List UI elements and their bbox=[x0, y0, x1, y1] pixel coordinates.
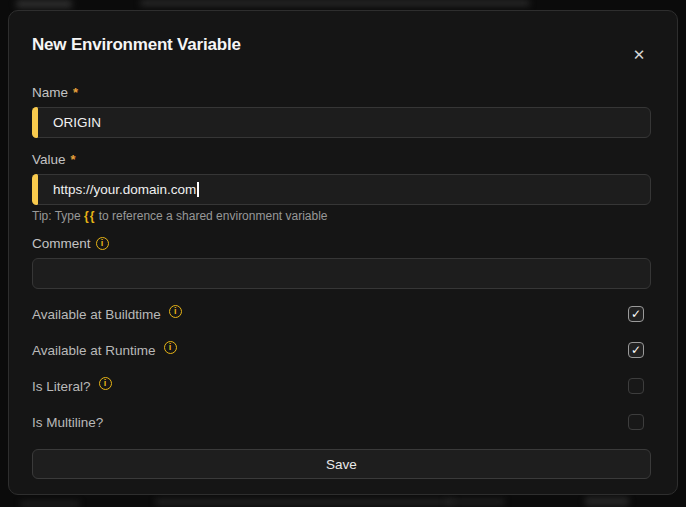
info-icon[interactable]: i bbox=[164, 341, 177, 354]
comment-input[interactable] bbox=[32, 258, 651, 289]
checkbox-row-buildtime: Available at Buildtime i ✓ bbox=[32, 305, 651, 323]
info-icon[interactable]: i bbox=[99, 377, 112, 390]
comment-label-text: Comment bbox=[32, 236, 91, 251]
checkbox-row-label: Is Literal? bbox=[32, 379, 91, 394]
background-blur-text bbox=[140, 0, 530, 6]
value-label-text: Value bbox=[32, 152, 66, 167]
accent-bar bbox=[32, 174, 38, 205]
info-icon[interactable]: i bbox=[96, 237, 109, 250]
name-input-wrap: ORIGIN bbox=[32, 107, 651, 138]
value-label: Value * bbox=[32, 152, 651, 167]
background-blur-text bbox=[20, 501, 80, 507]
background-blur-text bbox=[585, 497, 629, 506]
literal-checkbox[interactable]: ✓ bbox=[628, 378, 644, 394]
value-input[interactable]: https://your.domain.com bbox=[32, 174, 651, 205]
checkbox-row-runtime: Available at Runtime i ✓ bbox=[32, 341, 651, 359]
tip-prefix: Tip: Type bbox=[32, 209, 84, 223]
multiline-checkbox[interactable]: ✓ bbox=[628, 414, 644, 430]
buildtime-checkbox[interactable]: ✓ bbox=[628, 306, 644, 322]
tip-braces: {{ bbox=[84, 209, 95, 223]
required-asterisk: * bbox=[73, 85, 78, 100]
comment-input-wrap bbox=[32, 258, 651, 289]
modal-title: New Environment Variable bbox=[32, 35, 651, 55]
name-label: Name * bbox=[32, 85, 651, 100]
tip-suffix: to reference a shared environment variab… bbox=[95, 209, 327, 223]
checkbox-row-literal: Is Literal? i ✓ bbox=[32, 377, 651, 395]
name-input[interactable]: ORIGIN bbox=[32, 107, 651, 138]
save-button[interactable]: Save bbox=[32, 449, 651, 479]
checkbox-row-multiline: Is Multiline? i ✓ bbox=[32, 413, 651, 431]
checkbox-row-label: Available at Runtime bbox=[32, 343, 156, 358]
new-environment-variable-modal: ✕ New Environment Variable Name * ORIGIN… bbox=[8, 10, 678, 495]
info-icon[interactable]: i bbox=[169, 305, 182, 318]
accent-bar bbox=[32, 107, 38, 138]
background-blur-text bbox=[16, 0, 72, 8]
comment-label: Comment i bbox=[32, 236, 651, 251]
shared-variable-tip: Tip: Type {{ to reference a shared envir… bbox=[32, 209, 651, 223]
value-input-value: https://your.domain.com bbox=[53, 182, 196, 197]
name-label-text: Name bbox=[32, 85, 68, 100]
close-icon[interactable]: ✕ bbox=[629, 44, 649, 64]
checkbox-row-label: Is Multiline? bbox=[32, 415, 103, 430]
background-blur-text bbox=[155, 499, 455, 505]
runtime-checkbox[interactable]: ✓ bbox=[628, 342, 644, 358]
required-asterisk: * bbox=[71, 152, 76, 167]
checkbox-row-label: Available at Buildtime bbox=[32, 307, 161, 322]
name-input-value: ORIGIN bbox=[53, 115, 101, 130]
text-cursor bbox=[197, 182, 199, 197]
background-blur-text bbox=[445, 499, 505, 505]
value-input-wrap: https://your.domain.com bbox=[32, 174, 651, 205]
